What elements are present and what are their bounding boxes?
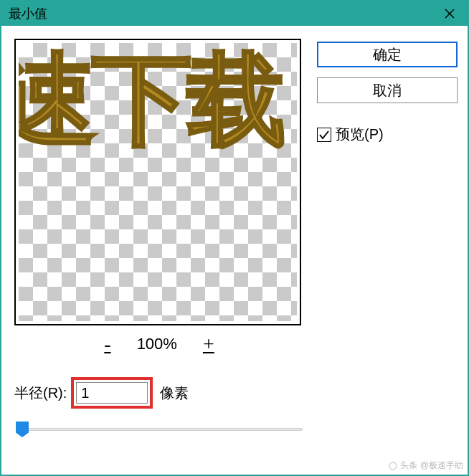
ok-button[interactable]: 确定: [317, 42, 458, 67]
svg-point-2: [389, 462, 397, 470]
zoom-controls: - 100% +: [14, 334, 304, 354]
slider-track: [16, 428, 303, 431]
slider-thumb[interactable]: [16, 422, 29, 437]
preview-checkbox-label: 预览(P): [336, 125, 384, 144]
radius-label: 半径(R):: [14, 384, 67, 403]
left-panel: 速下载 - 100% + 半径(R): 像素: [14, 39, 304, 437]
preview-sample-text: 速下载: [19, 50, 297, 151]
window-title: 最小值: [9, 5, 47, 22]
radius-slider-row: [14, 422, 304, 437]
zoom-in-button[interactable]: +: [199, 334, 219, 354]
watermark: 头条 @极速手助: [389, 460, 463, 472]
close-icon: [444, 8, 455, 19]
right-panel: 确定 取消 预览(P): [317, 39, 458, 437]
dialog-content: 速下载 - 100% + 半径(R): 像素: [1, 26, 468, 444]
dialog-window: 最小值 速下载 - 100% + 半径(R): 像素: [0, 0, 469, 476]
radius-input-highlight: [71, 377, 153, 409]
preview-canvas: 速下载: [19, 43, 297, 321]
zoom-out-button[interactable]: -: [100, 334, 115, 354]
watermark-text: 头条 @极速手助: [400, 460, 463, 472]
radius-input[interactable]: [76, 382, 148, 404]
titlebar: 最小值: [1, 1, 468, 26]
radius-row: 半径(R): 像素: [14, 377, 304, 409]
close-button[interactable]: [432, 1, 468, 26]
preview-box[interactable]: 速下载: [14, 39, 301, 325]
cancel-button[interactable]: 取消: [317, 77, 458, 103]
radius-unit: 像素: [160, 384, 189, 403]
check-icon: [318, 129, 330, 141]
radius-slider[interactable]: [16, 422, 303, 437]
watermark-icon: [389, 462, 397, 470]
preview-checkbox-row: 预览(P): [317, 125, 458, 144]
zoom-level: 100%: [137, 335, 177, 353]
preview-checkbox[interactable]: [317, 128, 331, 142]
